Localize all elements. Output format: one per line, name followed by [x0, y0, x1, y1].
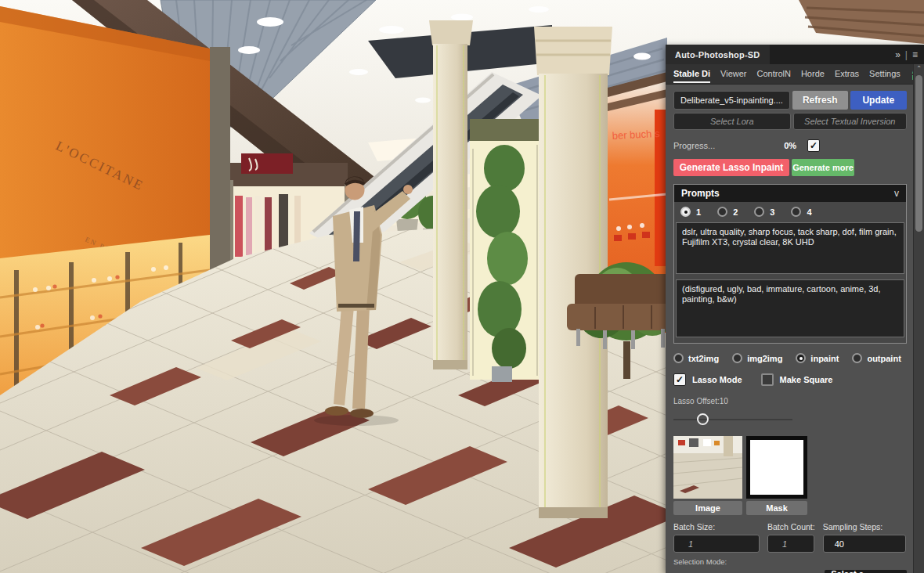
tab-extras[interactable]: Extras — [835, 66, 859, 83]
toggle-row: ✓ Lasso Mode Make Square — [673, 373, 907, 386]
selection-mode-row: ratio precise ignore Select a Custom Pre… — [673, 570, 907, 573]
custom-preset-dropdown[interactable]: Select a Custom Preset ⌄ — [825, 570, 907, 573]
mask-thumbnail-label[interactable]: Mask — [746, 501, 807, 515]
collapse-panel-icon[interactable]: » — [895, 49, 901, 60]
image-thumbnail-label[interactable]: Image — [673, 501, 742, 515]
tab-stable-diffusion[interactable]: Stable Di — [673, 66, 710, 83]
lasso-offset-label: Lasso Offset:10 — [673, 397, 907, 405]
panel-titlebar: Auto-Photoshop-SD » | ≡ — [666, 45, 924, 64]
thumbnails-row: Image Mask — [673, 436, 907, 515]
live-preview-checkbox[interactable]: ✓ — [807, 139, 820, 152]
source-image-thumbnail[interactable] — [673, 436, 742, 499]
batch-count-input[interactable]: 1 — [767, 535, 814, 553]
prompt-slot-2-radio[interactable] — [717, 207, 727, 217]
scroll-up-icon[interactable]: ⌃ — [914, 64, 924, 74]
model-select-input[interactable]: Deliberate_v5-inpainting.... — [673, 91, 790, 110]
titlebar-spacer — [770, 45, 896, 64]
txt2img-label: txt2img — [688, 354, 719, 363]
slider-handle[interactable] — [697, 413, 709, 425]
batch-settings-row: Batch Size: 1 Batch Count: 1 Sampling St… — [673, 522, 907, 553]
batch-size-label: Batch Size: — [673, 522, 760, 532]
lasso-mode-label: Lasso Mode — [692, 375, 742, 384]
panel-scrollbar[interactable]: ⌃ — [913, 64, 924, 573]
prompt-slot-3-radio[interactable] — [754, 207, 764, 217]
select-textual-inversion-input[interactable]: Select Textual Inversion — [793, 113, 908, 130]
auto-photoshop-sd-panel: Auto-Photoshop-SD » | ≡ Stable Di Viewer… — [666, 45, 924, 573]
custom-preset-dropdown-label: Select a Custom Preset — [831, 569, 893, 573]
positive-prompt-textarea[interactable]: dslr, ultra quality, sharp focus, tack s… — [676, 222, 904, 274]
mask-thumbnail[interactable] — [746, 436, 807, 499]
prompts-section: Prompts v 1 2 3 4 dslr, ultra quality, s… — [673, 184, 907, 344]
update-button[interactable]: Update — [850, 91, 907, 110]
mask-white-area — [750, 440, 803, 495]
outpaint-label: outpaint — [867, 354, 901, 363]
outpaint-radio[interactable] — [852, 353, 862, 363]
thumbnail-mini-scene — [673, 436, 742, 499]
sampling-steps-label: Sampling Steps: — [823, 522, 906, 532]
selection-mode-label: Selection Mode: — [673, 557, 907, 566]
prompts-title: Prompts — [681, 188, 720, 199]
prompt-slot-4-radio[interactable] — [791, 207, 801, 217]
lasso-mode-checkbox[interactable]: ✓ — [673, 373, 686, 386]
negative-prompt-textarea[interactable]: (disfigured, ugly, bad, immature, cartoo… — [676, 279, 904, 337]
generate-lasso-inpaint-button[interactable]: Generate Lasso Inpaint — [673, 159, 789, 176]
sampling-steps-input[interactable]: 40 — [823, 535, 906, 553]
right-shop-sign-text: ber buch s — [612, 128, 660, 142]
tab-horde[interactable]: Horde — [801, 66, 825, 83]
generate-more-button[interactable]: Generate more — [792, 159, 854, 176]
prompt-slot-2-label: 2 — [733, 207, 738, 217]
column-mid — [429, 20, 473, 369]
tab-controlnet[interactable]: ControlN — [757, 66, 791, 83]
make-square-checkbox[interactable] — [761, 373, 774, 386]
batch-count-label: Batch Count: — [767, 522, 815, 532]
tab-settings[interactable]: Settings — [869, 66, 901, 83]
txt2img-radio[interactable] — [673, 353, 684, 363]
prompts-header[interactable]: Prompts v — [674, 185, 906, 202]
scrollbar-thumb[interactable] — [915, 75, 922, 232]
titlebar-separator: | — [905, 49, 908, 60]
inpaint-radio[interactable] — [796, 353, 806, 363]
panel-title-tab[interactable]: Auto-Photoshop-SD — [666, 45, 770, 64]
application-window: L'OCCITANE EN PROVENCE — [0, 0, 924, 573]
slider-track[interactable] — [673, 419, 792, 420]
prompt-slot-1-label: 1 — [696, 207, 701, 217]
img2img-radio[interactable] — [732, 353, 742, 363]
model-row: Deliberate_v5-inpainting.... Refresh Upd… — [673, 91, 907, 110]
progress-label: Progress... — [673, 141, 715, 150]
batch-size-input[interactable]: 1 — [673, 535, 760, 553]
red-shop-sign — [241, 153, 293, 174]
inpaint-label: inpaint — [810, 354, 839, 363]
select-lora-input[interactable]: Select Lora — [673, 113, 791, 130]
plugin-tab-bar: Stable Di Viewer ControlN Horde Extras S… — [666, 64, 924, 85]
prompt-slot-1-radio[interactable] — [680, 207, 691, 217]
generate-row: Generate Lasso Inpaint Generate more — [673, 159, 907, 176]
panel-menu-icon[interactable]: ≡ — [912, 49, 918, 60]
lasso-offset-slider[interactable] — [673, 413, 792, 427]
progress-row: Progress... 0% ✓ — [673, 139, 907, 152]
prompt-slot-row: 1 2 3 4 — [674, 202, 906, 221]
refresh-button[interactable]: Refresh — [792, 91, 847, 110]
prompt-slot-3-label: 3 — [770, 207, 774, 217]
prompts-collapse-icon[interactable]: v — [894, 188, 899, 199]
make-square-label: Make Square — [780, 375, 833, 384]
generation-mode-row: txt2img img2img inpaint outpaint — [673, 353, 907, 363]
tab-viewer[interactable]: Viewer — [720, 66, 746, 83]
progress-percent: 0% — [784, 141, 796, 150]
lora-row: Select Lora Select Textual Inversion — [673, 113, 907, 130]
prompt-slot-4-label: 4 — [807, 207, 811, 217]
img2img-label: img2img — [747, 354, 782, 363]
